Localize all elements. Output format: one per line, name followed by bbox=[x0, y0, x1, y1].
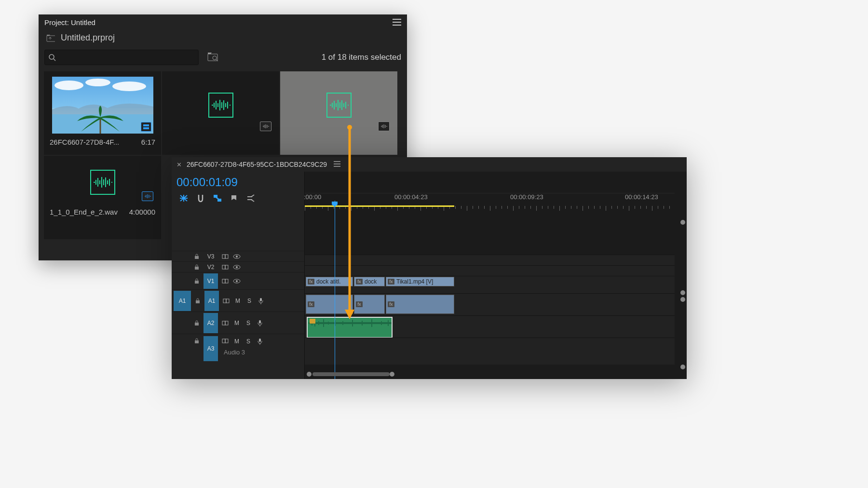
mute-button[interactable]: M bbox=[232, 338, 241, 345]
work-area-bar[interactable] bbox=[305, 205, 454, 207]
timeline-panel: ✕ 26FC6607-27D8-4F65-95CC-1BDCB24C9C29 0… bbox=[172, 157, 687, 379]
track-label-v3[interactable]: V3 bbox=[203, 251, 218, 262]
track-lane-a1[interactable]: fx fx fx bbox=[305, 293, 675, 315]
search-input[interactable] bbox=[44, 50, 199, 65]
svg-rect-94 bbox=[222, 339, 225, 343]
bin-item-duration: 4:00000 bbox=[129, 208, 155, 216]
lock-icon[interactable] bbox=[193, 278, 201, 284]
track-output-icon[interactable] bbox=[221, 254, 230, 259]
snap-icon[interactable] bbox=[197, 194, 204, 203]
track-label-a2[interactable]: A2 bbox=[203, 313, 218, 333]
folder-up-icon[interactable] bbox=[46, 34, 55, 42]
track-output-icon[interactable] bbox=[221, 278, 230, 284]
panel-menu-icon[interactable] bbox=[393, 19, 401, 26]
playhead[interactable] bbox=[335, 201, 335, 379]
svg-rect-87 bbox=[226, 299, 229, 303]
eye-icon[interactable] bbox=[232, 279, 241, 284]
voiceover-icon[interactable] bbox=[257, 298, 265, 304]
linked-selection-icon[interactable] bbox=[213, 194, 222, 202]
audio-icon bbox=[326, 93, 352, 118]
track-output-icon[interactable] bbox=[221, 264, 230, 270]
bin-item-audio[interactable]: 1_1_0_End_e_2.wav 4:00000 bbox=[43, 155, 162, 240]
marker-icon[interactable] bbox=[231, 194, 237, 202]
track-header-v2[interactable]: V2 bbox=[172, 261, 304, 272]
fx-badge-icon: fx bbox=[356, 279, 363, 285]
svg-rect-81 bbox=[222, 279, 225, 283]
timeline-hscroll[interactable] bbox=[307, 371, 682, 377]
track-lane-v1[interactable]: fxdock atitl. fxdock fxTikal1.mp4 [V] bbox=[305, 276, 675, 293]
bin-item-audio[interactable] bbox=[162, 71, 280, 155]
track-lane-a2[interactable] bbox=[305, 315, 675, 338]
track-header-a3[interactable]: A3 M S Audio 3 bbox=[172, 334, 304, 361]
lock-icon[interactable] bbox=[193, 320, 201, 326]
timeline-vscroll[interactable] bbox=[680, 218, 686, 369]
svg-rect-72 bbox=[225, 255, 228, 258]
sequence-badge-icon bbox=[141, 122, 151, 132]
svg-point-7 bbox=[213, 56, 217, 60]
timecode-display[interactable]: 00:00:01:09 bbox=[172, 172, 304, 192]
svg-rect-102 bbox=[328, 322, 329, 325]
video-clip[interactable]: fxdock bbox=[354, 277, 385, 286]
svg-rect-91 bbox=[225, 321, 228, 325]
solo-button[interactable]: S bbox=[245, 298, 254, 304]
audio-clip[interactable]: fx bbox=[354, 295, 385, 314]
lock-icon[interactable] bbox=[193, 254, 201, 259]
track-label-v2[interactable]: V2 bbox=[203, 262, 218, 272]
svg-rect-76 bbox=[222, 265, 225, 269]
svg-rect-71 bbox=[222, 255, 225, 258]
svg-rect-15 bbox=[143, 127, 149, 129]
track-header-v1[interactable]: V1 bbox=[172, 272, 304, 289]
eye-icon[interactable] bbox=[232, 254, 241, 259]
bin-item-label-row: 1_1_0_End_e_2.wav 4:00000 bbox=[48, 205, 157, 216]
track-label-v1[interactable]: V1 bbox=[203, 273, 218, 289]
track-lane-a3[interactable] bbox=[305, 338, 675, 365]
track-header-a2[interactable]: A2 M S bbox=[172, 312, 304, 334]
video-clip[interactable]: fxdock atitl. bbox=[306, 277, 353, 286]
audio-clip-dropped[interactable] bbox=[307, 317, 393, 338]
track-lane-v3[interactable] bbox=[305, 255, 675, 265]
timeline-tracks-area[interactable]: :00:00 00:00:04:23 00:00:09:23 00:00:14:… bbox=[305, 172, 687, 379]
close-sequence-icon[interactable]: ✕ bbox=[176, 161, 182, 168]
bin-item-audio-selected[interactable] bbox=[280, 71, 398, 155]
track-sublabel-a3: Audio 3 bbox=[222, 349, 245, 356]
find-in-bins-icon[interactable] bbox=[207, 52, 218, 63]
svg-point-4 bbox=[49, 54, 54, 59]
audio-type-badge-icon bbox=[378, 122, 390, 131]
video-clip[interactable]: fxTikal1.mp4 [V] bbox=[386, 277, 454, 286]
track-header-v3[interactable]: V3 bbox=[172, 251, 304, 261]
lock-icon[interactable] bbox=[193, 264, 201, 270]
solo-button[interactable]: S bbox=[244, 338, 253, 345]
svg-point-11 bbox=[112, 81, 146, 91]
voiceover-icon[interactable] bbox=[256, 338, 264, 345]
audio-clip[interactable]: fx bbox=[306, 295, 353, 314]
eye-icon[interactable] bbox=[232, 265, 241, 270]
svg-point-74 bbox=[236, 256, 238, 258]
bin-item-sequence[interactable]: 26FC6607-27D8-4F... 6:17 bbox=[43, 71, 162, 155]
time-ruler[interactable]: :00:00 00:00:04:23 00:00:09:23 00:00:14:… bbox=[305, 172, 687, 214]
track-lane-v2[interactable] bbox=[305, 265, 675, 276]
track-output-icon[interactable] bbox=[221, 320, 230, 326]
track-output-icon[interactable] bbox=[222, 298, 231, 304]
mute-button[interactable]: M bbox=[232, 320, 241, 326]
source-patch-a1[interactable]: A1 bbox=[174, 291, 191, 311]
sequence-menu-icon[interactable] bbox=[334, 161, 340, 168]
svg-rect-105 bbox=[352, 320, 353, 326]
solo-button[interactable]: S bbox=[244, 320, 253, 326]
svg-rect-107 bbox=[371, 319, 372, 327]
mute-button[interactable]: M bbox=[233, 298, 242, 304]
nest-toggle-icon[interactable] bbox=[179, 194, 188, 202]
settings-icon[interactable] bbox=[246, 194, 255, 203]
lock-icon[interactable] bbox=[193, 338, 201, 344]
playhead-handle[interactable] bbox=[331, 201, 338, 206]
voiceover-icon[interactable] bbox=[256, 320, 264, 326]
svg-rect-109 bbox=[388, 320, 389, 326]
lock-icon[interactable] bbox=[194, 298, 202, 304]
audio-clip[interactable]: fx bbox=[386, 295, 454, 314]
track-label-a1[interactable]: A1 bbox=[204, 291, 219, 311]
project-breadcrumb: Untitled.prproj bbox=[39, 30, 407, 48]
track-output-icon[interactable] bbox=[221, 338, 230, 344]
fx-badge-icon: fx bbox=[356, 301, 363, 307]
track-header-a1[interactable]: A1 A1 M S bbox=[172, 289, 304, 312]
track-label-a3[interactable]: A3 bbox=[203, 336, 218, 361]
svg-point-10 bbox=[85, 79, 110, 86]
